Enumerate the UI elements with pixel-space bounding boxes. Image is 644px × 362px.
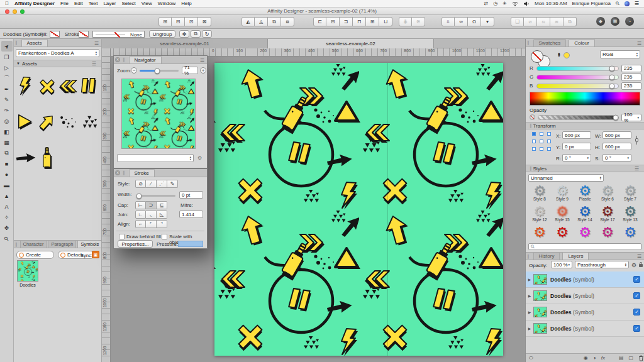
- menu-select[interactable]: Select: [121, 1, 135, 6]
- style-item-3[interactable]: ⚙Plastic: [579, 184, 591, 204]
- join-mitre-button[interactable]: ∟: [135, 211, 146, 219]
- style-item-4[interactable]: ⚙Style 6: [601, 184, 614, 204]
- style-item-10[interactable]: ⚙Style 13: [623, 204, 638, 225]
- panel-drag-handle[interactable]: ∥: [14, 40, 19, 45]
- scale-with-object-checkbox[interactable]: [162, 234, 167, 239]
- anchor-point-2-0[interactable]: [532, 147, 536, 151]
- transform-header[interactable]: ∥ Transform: [526, 122, 644, 129]
- style-item-1[interactable]: ⚙Style 8: [533, 184, 546, 204]
- zoom-slider[interactable]: [140, 70, 179, 72]
- rectangle-tool[interactable]: ■: [1, 158, 13, 169]
- distribute-vertical-button[interactable]: ≋: [412, 17, 425, 26]
- layer-expand-icon[interactable]: ▶: [526, 326, 533, 331]
- viewpoint-select[interactable]: ▴▾: [117, 154, 194, 162]
- layer-row-4[interactable]: ▶Doodles (Symbol)✓: [526, 321, 644, 337]
- anchor-point-2-2[interactable]: [547, 147, 551, 151]
- fill-colour-circle[interactable]: [531, 50, 543, 63]
- create-symbol-button[interactable]: Create: [16, 251, 54, 259]
- stroke-style-brush-button[interactable]: ✎: [167, 180, 178, 188]
- viewpoint-gear-icon[interactable]: ⚙: [197, 155, 202, 161]
- opacity-none-icon[interactable]: [530, 114, 535, 120]
- bring-forward-button[interactable]: ⧉: [268, 17, 281, 26]
- anchor-point-0-2[interactable]: [547, 132, 551, 136]
- zoom-slider-knob[interactable]: [154, 68, 160, 74]
- close-panel-icon[interactable]: ✕: [115, 57, 120, 62]
- panel-drag-handle[interactable]: ∥: [528, 123, 533, 128]
- tab-symbols[interactable]: Symbols: [77, 240, 102, 248]
- stroke-swatch[interactable]: [79, 31, 89, 38]
- menu-clock[interactable]: Mon 10:36 AM: [535, 1, 567, 6]
- notification-center-icon[interactable]: ☰: [635, 1, 639, 6]
- cap-square-button[interactable]: ⊑: [157, 201, 167, 209]
- panel-drag-handle[interactable]: ∥: [121, 57, 126, 62]
- channel-value-R[interactable]: 235: [621, 65, 641, 72]
- apple-menu-icon[interactable]: : [5, 1, 9, 6]
- link-dimensions-icon[interactable]: [635, 135, 639, 145]
- vector-brush-tool[interactable]: ✑: [1, 105, 13, 116]
- close-panel-icon[interactable]: ✕: [115, 170, 120, 175]
- layer-thumbnail[interactable]: [533, 307, 547, 317]
- pixel-persona-button[interactable]: ▦: [611, 17, 619, 26]
- corner-tool[interactable]: ⌒: [1, 73, 13, 84]
- style-item-extra-5[interactable]: ⚙: [624, 225, 636, 241]
- artboard-tool[interactable]: ❐: [1, 52, 13, 62]
- minimize-window-button[interactable]: [13, 9, 17, 14]
- settings-icon[interactable]: ✳: [502, 1, 507, 6]
- anchor-point-1-0[interactable]: [532, 140, 536, 143]
- ink-splatter-asset[interactable]: [60, 116, 77, 130]
- pen-tool[interactable]: ✒: [1, 84, 13, 94]
- double-chevron-asset[interactable]: [59, 80, 77, 95]
- document-tab-1[interactable]: seamless-example-01: [102, 39, 268, 48]
- export-persona-button[interactable]: ◔: [625, 17, 634, 26]
- tab-stroke[interactable]: Stroke: [129, 169, 155, 177]
- insert-inside-button[interactable]: ⊞: [158, 17, 172, 26]
- stroke-width-slider[interactable]: [138, 195, 175, 197]
- snapping-link-button[interactable]: ∞: [455, 17, 468, 26]
- layer-expand-icon[interactable]: ▶: [526, 293, 533, 298]
- audio-jack-asset[interactable]: [42, 147, 53, 171]
- ellipse-tool[interactable]: ●: [1, 169, 13, 180]
- tab-swatches[interactable]: Swatches: [533, 39, 567, 47]
- boolean-divide-button[interactable]: ⧈: [550, 17, 564, 26]
- panel-menu-icon[interactable]: ☰: [635, 253, 644, 259]
- fill-swatch[interactable]: [50, 31, 60, 38]
- anchor-point-1-1[interactable]: [540, 140, 543, 143]
- layer-row-3[interactable]: ▶Doodles (Symbol)✓: [526, 304, 644, 321]
- join-bevel-button[interactable]: ◺: [157, 211, 167, 219]
- fx-icon[interactable]: fx: [601, 355, 605, 361]
- cap-round-button[interactable]: ⊃: [146, 201, 157, 209]
- channel-slider-R[interactable]: [536, 66, 619, 71]
- transform-anchor-selector[interactable]: [532, 132, 551, 151]
- blend-mode-select[interactable]: Passthrough ▴▾: [575, 261, 629, 268]
- menu-edit[interactable]: Edit: [74, 1, 83, 6]
- assets-section-header[interactable]: ▼ Assets ☰: [14, 60, 101, 67]
- layer-visibility-checkbox[interactable]: ✓: [633, 276, 640, 283]
- new-layer-icon[interactable]: ▤: [619, 355, 624, 361]
- stroke-width-widget[interactable]: None: [92, 31, 145, 38]
- arrow-up-right-asset[interactable]: [38, 112, 56, 134]
- blend-options-gear-icon[interactable]: ⚙: [631, 262, 636, 268]
- layer-visibility-checkbox[interactable]: ✓: [633, 309, 640, 315]
- align-right-button[interactable]: ⊐: [340, 17, 353, 26]
- sync-toggle[interactable]: ▣: [92, 251, 99, 258]
- style-item-9[interactable]: ⚙Style 17: [600, 204, 615, 225]
- style-item-8[interactable]: ⚙Style 14: [577, 204, 592, 225]
- boolean-subtract-button[interactable]: ⧄: [524, 17, 537, 26]
- rotate-selection-button[interactable]: ↻: [202, 30, 212, 38]
- tab-layers[interactable]: Layers: [562, 252, 589, 260]
- colour-picker-tool[interactable]: ✧: [1, 212, 13, 222]
- cap-butt-button[interactable]: ⊢: [135, 201, 146, 209]
- menu-view[interactable]: View: [142, 1, 152, 6]
- opacity-value-field[interactable]: 100 %▾: [621, 114, 641, 121]
- tab-navigator[interactable]: Navigator: [129, 56, 162, 63]
- style-item-5[interactable]: ⚙Style 7: [624, 184, 636, 204]
- ungroup-button[interactable]: Ungroup: [149, 30, 175, 38]
- anchor-point-2-1[interactable]: [540, 147, 543, 151]
- navigator-preview[interactable]: [121, 79, 196, 149]
- align-outside-button[interactable]: ⌝: [157, 220, 167, 228]
- stroke-properties-button[interactable]: Properties...: [118, 240, 153, 248]
- menu-file[interactable]: File: [60, 1, 69, 6]
- menu-layer[interactable]: Layer: [103, 1, 116, 6]
- layer-thumbnail[interactable]: [533, 274, 547, 285]
- asset-collection-select[interactable]: Frankentoon - Doodles A ▴▾: [16, 49, 99, 57]
